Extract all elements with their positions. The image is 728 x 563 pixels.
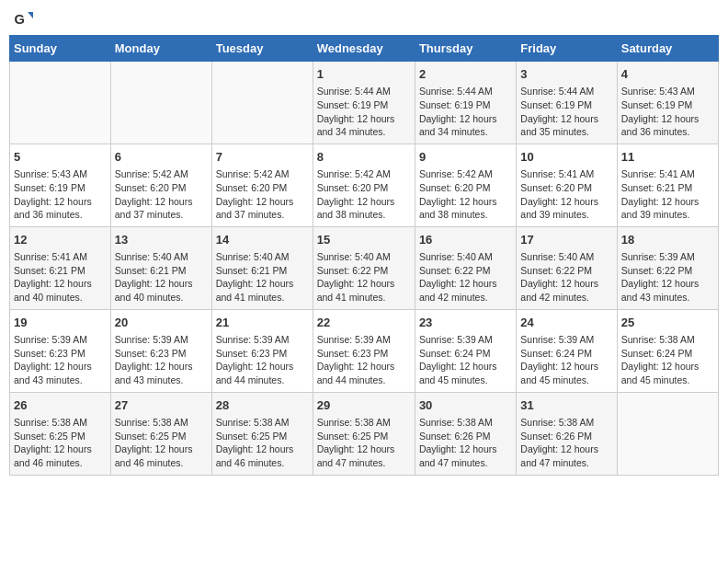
- week-row-4: 19Sunrise: 5:39 AM Sunset: 6:23 PM Dayli…: [10, 309, 719, 392]
- calendar-cell: [617, 392, 718, 475]
- day-number: 8: [317, 149, 411, 166]
- calendar-cell: 18Sunrise: 5:39 AM Sunset: 6:22 PM Dayli…: [617, 226, 718, 309]
- header-monday: Monday: [110, 36, 211, 62]
- day-info: Sunrise: 5:41 AM Sunset: 6:21 PM Dayligh…: [14, 250, 107, 304]
- calendar-cell: 12Sunrise: 5:41 AM Sunset: 6:21 PM Dayli…: [10, 226, 111, 309]
- calendar-cell: 20Sunrise: 5:39 AM Sunset: 6:23 PM Dayli…: [110, 309, 211, 392]
- calendar-body: 1Sunrise: 5:44 AM Sunset: 6:19 PM Daylig…: [10, 62, 719, 476]
- week-row-2: 5Sunrise: 5:43 AM Sunset: 6:19 PM Daylig…: [10, 144, 719, 226]
- calendar-cell: [211, 62, 313, 144]
- day-info: Sunrise: 5:44 AM Sunset: 6:19 PM Dayligh…: [520, 85, 612, 139]
- calendar-cell: [10, 62, 111, 144]
- day-number: 9: [419, 149, 512, 166]
- calendar-cell: 1Sunrise: 5:44 AM Sunset: 6:19 PM Daylig…: [313, 62, 415, 144]
- day-info: Sunrise: 5:38 AM Sunset: 6:26 PM Dayligh…: [419, 416, 512, 470]
- day-number: 3: [520, 66, 612, 83]
- header-thursday: Thursday: [415, 36, 516, 62]
- day-info: Sunrise: 5:42 AM Sunset: 6:20 PM Dayligh…: [115, 167, 208, 222]
- logo-icon: G: [13, 9, 33, 29]
- calendar-cell: 10Sunrise: 5:41 AM Sunset: 6:20 PM Dayli…: [517, 144, 617, 226]
- day-info: Sunrise: 5:38 AM Sunset: 6:25 PM Dayligh…: [14, 416, 107, 470]
- calendar-cell: 22Sunrise: 5:39 AM Sunset: 6:23 PM Dayli…: [313, 309, 415, 392]
- day-info: Sunrise: 5:42 AM Sunset: 6:20 PM Dayligh…: [216, 167, 309, 222]
- day-info: Sunrise: 5:38 AM Sunset: 6:26 PM Dayligh…: [520, 416, 612, 470]
- day-info: Sunrise: 5:43 AM Sunset: 6:19 PM Dayligh…: [14, 167, 107, 222]
- day-info: Sunrise: 5:39 AM Sunset: 6:24 PM Dayligh…: [419, 333, 512, 387]
- calendar-cell: 13Sunrise: 5:40 AM Sunset: 6:21 PM Dayli…: [110, 226, 211, 309]
- calendar-cell: 16Sunrise: 5:40 AM Sunset: 6:22 PM Dayli…: [415, 226, 516, 309]
- calendar-cell: 8Sunrise: 5:42 AM Sunset: 6:20 PM Daylig…: [313, 144, 415, 226]
- calendar-cell: 14Sunrise: 5:40 AM Sunset: 6:21 PM Dayli…: [211, 226, 313, 309]
- logo: G: [13, 9, 37, 29]
- day-info: Sunrise: 5:39 AM Sunset: 6:23 PM Dayligh…: [115, 333, 208, 387]
- week-row-3: 12Sunrise: 5:41 AM Sunset: 6:21 PM Dayli…: [10, 226, 719, 309]
- header-row: SundayMondayTuesdayWednesdayThursdayFrid…: [10, 36, 719, 62]
- day-number: 5: [14, 149, 107, 166]
- header-saturday: Saturday: [617, 36, 718, 62]
- day-number: 26: [14, 397, 107, 414]
- day-number: 22: [317, 315, 411, 331]
- day-number: 31: [520, 397, 612, 414]
- calendar-cell: 9Sunrise: 5:42 AM Sunset: 6:20 PM Daylig…: [415, 144, 516, 226]
- calendar-cell: 15Sunrise: 5:40 AM Sunset: 6:22 PM Dayli…: [313, 226, 415, 309]
- day-number: 24: [520, 315, 612, 331]
- day-info: Sunrise: 5:42 AM Sunset: 6:20 PM Dayligh…: [317, 167, 411, 222]
- day-info: Sunrise: 5:42 AM Sunset: 6:20 PM Dayligh…: [419, 167, 512, 222]
- day-number: 28: [216, 397, 309, 414]
- day-number: 13: [115, 232, 208, 248]
- calendar-cell: 26Sunrise: 5:38 AM Sunset: 6:25 PM Dayli…: [10, 392, 111, 475]
- day-info: Sunrise: 5:38 AM Sunset: 6:25 PM Dayligh…: [216, 416, 309, 470]
- day-number: 17: [520, 232, 612, 248]
- calendar-cell: 6Sunrise: 5:42 AM Sunset: 6:20 PM Daylig…: [110, 144, 211, 226]
- calendar-cell: 30Sunrise: 5:38 AM Sunset: 6:26 PM Dayli…: [415, 392, 516, 475]
- calendar-cell: 2Sunrise: 5:44 AM Sunset: 6:19 PM Daylig…: [415, 62, 516, 144]
- day-info: Sunrise: 5:41 AM Sunset: 6:20 PM Dayligh…: [520, 167, 612, 222]
- calendar-cell: 25Sunrise: 5:38 AM Sunset: 6:24 PM Dayli…: [617, 309, 718, 392]
- day-number: 19: [14, 315, 107, 331]
- calendar-cell: 7Sunrise: 5:42 AM Sunset: 6:20 PM Daylig…: [211, 144, 313, 226]
- week-row-5: 26Sunrise: 5:38 AM Sunset: 6:25 PM Dayli…: [10, 392, 719, 475]
- day-info: Sunrise: 5:40 AM Sunset: 6:21 PM Dayligh…: [115, 250, 208, 304]
- day-info: Sunrise: 5:40 AM Sunset: 6:21 PM Dayligh…: [216, 250, 309, 304]
- day-number: 11: [621, 149, 714, 166]
- day-number: 1: [317, 66, 411, 83]
- day-info: Sunrise: 5:40 AM Sunset: 6:22 PM Dayligh…: [419, 250, 512, 304]
- calendar-cell: 23Sunrise: 5:39 AM Sunset: 6:24 PM Dayli…: [415, 309, 516, 392]
- calendar-cell: 19Sunrise: 5:39 AM Sunset: 6:23 PM Dayli…: [10, 309, 111, 392]
- day-info: Sunrise: 5:39 AM Sunset: 6:24 PM Dayligh…: [520, 333, 612, 387]
- calendar-cell: 31Sunrise: 5:38 AM Sunset: 6:26 PM Dayli…: [517, 392, 617, 475]
- day-number: 27: [115, 397, 208, 414]
- day-info: Sunrise: 5:41 AM Sunset: 6:21 PM Dayligh…: [621, 167, 714, 222]
- calendar-table: SundayMondayTuesdayWednesdayThursdayFrid…: [9, 35, 719, 476]
- calendar-cell: 24Sunrise: 5:39 AM Sunset: 6:24 PM Dayli…: [517, 309, 617, 392]
- svg-text:G: G: [14, 12, 24, 27]
- calendar-cell: 21Sunrise: 5:39 AM Sunset: 6:23 PM Dayli…: [211, 309, 313, 392]
- day-info: Sunrise: 5:40 AM Sunset: 6:22 PM Dayligh…: [317, 250, 411, 304]
- calendar-header: SundayMondayTuesdayWednesdayThursdayFrid…: [10, 36, 719, 62]
- day-number: 29: [317, 397, 411, 414]
- day-number: 25: [621, 315, 714, 331]
- day-number: 21: [216, 315, 309, 331]
- header-tuesday: Tuesday: [211, 36, 313, 62]
- header-sunday: Sunday: [10, 36, 111, 62]
- day-info: Sunrise: 5:43 AM Sunset: 6:19 PM Dayligh…: [621, 85, 714, 139]
- day-number: 6: [115, 149, 208, 166]
- day-number: 18: [621, 232, 714, 248]
- header-friday: Friday: [517, 36, 617, 62]
- calendar-cell: 17Sunrise: 5:40 AM Sunset: 6:22 PM Dayli…: [517, 226, 617, 309]
- calendar-cell: 29Sunrise: 5:38 AM Sunset: 6:25 PM Dayli…: [313, 392, 415, 475]
- day-number: 16: [419, 232, 512, 248]
- day-info: Sunrise: 5:44 AM Sunset: 6:19 PM Dayligh…: [419, 85, 512, 139]
- svg-marker-1: [28, 12, 33, 18]
- calendar-cell: 28Sunrise: 5:38 AM Sunset: 6:25 PM Dayli…: [211, 392, 313, 475]
- calendar-cell: 27Sunrise: 5:38 AM Sunset: 6:25 PM Dayli…: [110, 392, 211, 475]
- day-info: Sunrise: 5:44 AM Sunset: 6:19 PM Dayligh…: [317, 85, 411, 139]
- day-number: 30: [419, 397, 512, 414]
- day-number: 7: [216, 149, 309, 166]
- day-number: 12: [14, 232, 107, 248]
- day-number: 20: [115, 315, 208, 331]
- day-info: Sunrise: 5:38 AM Sunset: 6:25 PM Dayligh…: [317, 416, 411, 470]
- calendar-cell: 3Sunrise: 5:44 AM Sunset: 6:19 PM Daylig…: [517, 62, 617, 144]
- day-number: 4: [621, 66, 714, 83]
- day-info: Sunrise: 5:38 AM Sunset: 6:24 PM Dayligh…: [621, 333, 714, 387]
